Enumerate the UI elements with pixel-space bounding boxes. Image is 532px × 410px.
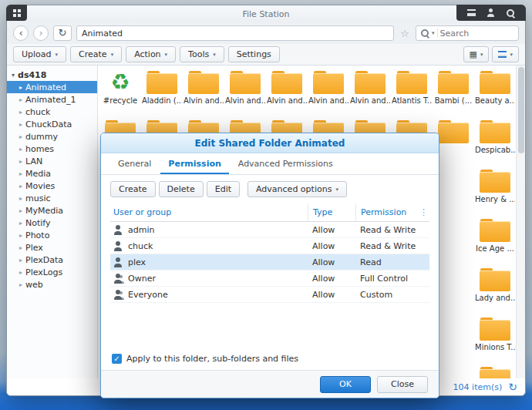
create-button[interactable]: Create▾ <box>70 46 122 62</box>
file-item[interactable]: Lady and... <box>474 266 516 315</box>
action-button[interactable]: Action▾ <box>126 46 176 62</box>
sidebar-item-plex[interactable]: ▸Plex <box>7 241 97 254</box>
checkbox-checked-icon[interactable]: ✓ <box>112 354 122 364</box>
dialog-title[interactable]: Edit Shared Folder Animated <box>101 133 439 153</box>
chevron-collapsed-icon[interactable]: ▸ <box>19 195 22 202</box>
delete-permission-button[interactable]: Delete <box>159 181 204 197</box>
chevron-collapsed-icon[interactable]: ▸ <box>19 133 22 140</box>
search-input[interactable] <box>440 29 496 39</box>
refresh-list-icon[interactable]: ↻ <box>508 381 517 392</box>
refresh-button[interactable]: ↻ <box>53 25 72 41</box>
path-input[interactable] <box>82 29 389 39</box>
sidebar-item-plexlogs[interactable]: ▸PlexLogs <box>7 266 97 278</box>
window-titlebar[interactable]: File Station <box>7 5 525 22</box>
file-item[interactable]: Henry & ... <box>474 167 516 217</box>
sidebar-root-ds418[interactable]: ▾ds418 <box>7 69 97 81</box>
folder-icon <box>480 71 510 94</box>
close-button[interactable]: Close <box>377 376 428 393</box>
file-item[interactable]: Beauty a... <box>474 69 516 118</box>
file-item[interactable]: Alvin and... <box>349 69 391 118</box>
back-button[interactable]: ‹ <box>13 25 29 41</box>
file-item[interactable]: Alvin and... <box>224 69 266 118</box>
sort-button[interactable]: ▾ <box>492 46 519 62</box>
tab-general[interactable]: General <box>110 153 159 174</box>
file-item[interactable]: Despicab... <box>474 118 516 167</box>
table-row[interactable]: Everyone Allow Custom <box>110 287 429 303</box>
favorite-star-icon[interactable]: ☆ <box>400 29 409 39</box>
sidebar-item-animated[interactable]: ▸Animated <box>7 81 97 93</box>
chevron-collapsed-icon[interactable]: ▸ <box>19 96 22 103</box>
view-mode-button[interactable]: ▦▾ <box>463 46 490 62</box>
chevron-collapsed-icon[interactable]: ▸ <box>19 257 22 264</box>
column-header-type[interactable]: Type <box>308 203 355 221</box>
sidebar-item-mymedia[interactable]: ▸MyMedia <box>7 204 97 217</box>
chevron-collapsed-icon[interactable]: ▸ <box>19 183 22 190</box>
sidebar-item-homes[interactable]: ▸homes <box>7 143 97 155</box>
chevron-collapsed-icon[interactable]: ▸ <box>19 232 22 239</box>
sidebar-item-dummy[interactable]: ▸dummy <box>7 130 97 143</box>
edit-permission-button[interactable]: Edit <box>207 181 240 197</box>
chevron-collapsed-icon[interactable]: ▸ <box>19 146 22 153</box>
sidebar-item-plexdata[interactable]: ▸PlexData <box>7 254 97 266</box>
sidebar-item-photo[interactable]: ▸Photo <box>7 229 97 241</box>
column-header-permission[interactable]: Permission⋮ <box>355 203 429 221</box>
upload-button[interactable]: Upload▾ <box>13 46 66 62</box>
search-tray-icon[interactable] <box>506 8 515 18</box>
sidebar-item-media[interactable]: ▸Media <box>7 167 97 180</box>
sidebar-item-web[interactable]: ▸web <box>7 278 97 291</box>
tab-advanced-permissions[interactable]: Advanced Permissions <box>231 153 341 174</box>
file-item[interactable]: Alvin and... <box>266 69 308 118</box>
file-item[interactable] <box>474 365 516 378</box>
menu-lines-icon[interactable] <box>467 9 476 16</box>
chevron-down-icon: ▾ <box>165 52 168 58</box>
file-item[interactable]: ♻#recycle <box>99 69 141 118</box>
chevron-down-icon: ▾ <box>335 187 338 193</box>
folder-icon <box>146 71 177 94</box>
folder-icon <box>355 71 386 94</box>
table-row[interactable]: chuck Allow Read & Write <box>110 238 429 254</box>
sidebar-item-chuckdata[interactable]: ▸ChuckData <box>7 118 97 130</box>
chevron-collapsed-icon[interactable]: ▸ <box>19 244 22 251</box>
vertical-scrollbar[interactable] <box>516 66 525 378</box>
sidebar-item-notify[interactable]: ▸Notify <box>7 217 97 229</box>
settings-button[interactable]: Settings <box>228 46 280 62</box>
sidebar-item-animated-1[interactable]: ▸Animated_1 <box>7 93 97 106</box>
sidebar-item-chuck[interactable]: ▸chuck <box>7 106 97 118</box>
user-icon[interactable] <box>487 8 495 17</box>
create-permission-button[interactable]: Create <box>110 181 156 197</box>
file-item[interactable]: Aladdin (... <box>141 69 183 118</box>
search-caret-icon[interactable]: ▾ <box>432 30 435 36</box>
chevron-collapsed-icon[interactable]: ▸ <box>19 84 22 91</box>
advanced-options-button[interactable]: Advanced options▾ <box>247 181 347 197</box>
forward-button[interactable]: › <box>33 25 49 41</box>
main-menu-icon[interactable] <box>13 9 21 17</box>
scrollbar-thumb[interactable] <box>518 67 524 153</box>
chevron-collapsed-icon[interactable]: ▸ <box>19 170 22 177</box>
file-item[interactable]: Alvin and... <box>183 69 224 118</box>
chevron-collapsed-icon[interactable]: ▸ <box>19 109 22 116</box>
table-row[interactable]: Owner Allow Full Control <box>110 271 429 287</box>
chevron-collapsed-icon[interactable]: ▸ <box>19 207 22 214</box>
file-item[interactable]: Alvin and... <box>308 69 349 118</box>
sidebar-item-movies[interactable]: ▸Movies <box>7 180 97 192</box>
chevron-collapsed-icon[interactable]: ▸ <box>19 269 22 276</box>
table-row[interactable]: admin Allow Read & Write <box>110 222 429 238</box>
ok-button[interactable]: OK <box>320 376 371 393</box>
column-header-user[interactable]: User or group <box>110 207 308 217</box>
sidebar-item-lan[interactable]: ▸LAN <box>7 155 97 167</box>
folder-icon <box>480 367 510 378</box>
chevron-expanded-icon[interactable]: ▾ <box>12 72 15 79</box>
chevron-collapsed-icon[interactable]: ▸ <box>19 220 22 227</box>
tab-permission[interactable]: Permission <box>160 153 228 174</box>
file-item[interactable]: Ice Age ... <box>474 217 516 266</box>
chevron-collapsed-icon[interactable]: ▸ <box>19 281 22 288</box>
chevron-collapsed-icon[interactable]: ▸ <box>19 158 22 165</box>
file-item[interactable]: Bambi (... <box>433 69 474 118</box>
sidebar-item-music[interactable]: ▸music <box>7 192 97 204</box>
file-item[interactable]: Minions T... <box>474 315 516 365</box>
chevron-collapsed-icon[interactable]: ▸ <box>19 121 22 128</box>
column-options-icon[interactable]: ⋮ <box>419 207 428 217</box>
table-row-selected[interactable]: plex Allow Read <box>110 254 429 271</box>
file-item[interactable]: Atlantis T... <box>391 69 433 118</box>
tools-button[interactable]: Tools▾ <box>180 46 224 62</box>
